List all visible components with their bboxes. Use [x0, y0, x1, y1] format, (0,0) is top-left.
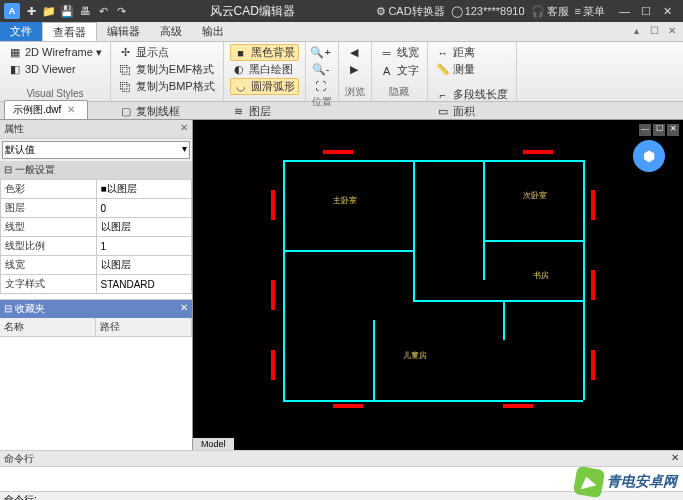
zoom-fit-button[interactable]: ⛶ — [312, 78, 332, 94]
wireframe-button[interactable]: ▦2D Wireframe ▾ — [6, 44, 104, 60]
commandline-label: 命令行✕ — [0, 450, 683, 466]
column-name: 名称 — [0, 318, 96, 336]
titlebar: A ✚ 📁 💾 🖶 ↶ ↷ 风云CAD编辑器 ⚙ CAD转换器 ◯ 123***… — [0, 0, 683, 22]
linewidth-button[interactable]: ═线宽 — [378, 44, 421, 61]
ribbon-restore-icon[interactable]: ☐ — [647, 25, 661, 39]
table-row[interactable]: 图层0 — [1, 199, 192, 218]
area-icon: ▭ — [436, 105, 450, 119]
column-path: 路径 — [96, 318, 192, 336]
props-section-general[interactable]: ⊟ 一般设置 — [0, 161, 192, 179]
next-button[interactable]: ▶ — [345, 61, 365, 77]
properties-selector[interactable]: 默认值▾ — [2, 141, 190, 159]
panel-close-icon[interactable]: ✕ — [180, 302, 188, 316]
document-tab[interactable]: 示例图.dwf✕ — [4, 100, 88, 119]
tab-viewer[interactable]: 查看器 — [42, 22, 97, 41]
fit-icon: ⛶ — [314, 79, 328, 93]
copy-icon: ⿻ — [119, 63, 133, 77]
arc-smooth-button[interactable]: ◡圆滑弧形 — [230, 78, 299, 95]
prev-icon: ◀ — [347, 45, 361, 59]
drawing-canvas[interactable]: — ☐ ✕ ⬢ 主卧室 次卧室 — [193, 120, 683, 450]
ribbon-group-position: 🔍+ 🔍- ⛶ 位置 — [306, 42, 339, 101]
properties-header: 属性 ✕ — [0, 120, 192, 139]
canvas-minimize-icon[interactable]: — — [639, 124, 651, 136]
table-row[interactable]: 色彩■以图层 — [1, 180, 192, 199]
3d-viewer-button[interactable]: ◧3D Viewer — [6, 61, 104, 77]
app-logo-icon: A — [4, 3, 20, 19]
app-title: 风云CAD编辑器 — [128, 3, 376, 20]
support-button[interactable]: 🎧 客服 — [531, 4, 569, 19]
copy-wireframe-button[interactable]: ▢复制线框 — [117, 103, 217, 120]
black-drawing-button[interactable]: ◐黑白绘图 — [230, 61, 299, 78]
next-icon: ▶ — [347, 62, 361, 76]
measure-button[interactable]: 📏测量 — [434, 61, 510, 78]
navigation-cube[interactable]: ⬢ — [633, 140, 665, 172]
favorites-section[interactable]: ⊟ 收藏夹✕ — [0, 300, 192, 318]
open-icon[interactable]: 📁 — [42, 4, 56, 18]
favorites-list — [0, 337, 192, 450]
new-icon[interactable]: ✚ — [24, 4, 38, 18]
table-row[interactable]: 线型以图层 — [1, 218, 192, 237]
ribbon-group-cad-settings: ■黑色背景 ◐黑白绘图 ◡圆滑弧形 ≋图层 ⊞结构 CAD绘图设置 — [224, 42, 306, 101]
table-row[interactable]: 线宽以图层 — [1, 256, 192, 275]
close-icon[interactable]: ✕ — [663, 5, 679, 18]
measure-icon: 📏 — [436, 63, 450, 77]
polyline-length-button[interactable]: ⌐多段线长度 — [434, 86, 510, 103]
zoom-in-icon: 🔍+ — [314, 45, 328, 59]
layer-icon: ≋ — [232, 105, 246, 119]
maximize-icon[interactable]: ☐ — [641, 5, 657, 18]
panel-close-icon[interactable]: ✕ — [180, 122, 188, 136]
copy-bmp-button[interactable]: ⿻复制为BMP格式 — [117, 78, 217, 95]
document-tabs: 示例图.dwf✕ — [0, 102, 683, 120]
ribbon-close-icon[interactable]: ✕ — [665, 25, 679, 39]
cad-converter-button[interactable]: ⚙ CAD转换器 — [376, 4, 444, 19]
ribbon-group-measure: ↔距离 📏测量 ⌐多段线长度 ▭面积 测量 — [428, 42, 517, 101]
area-button[interactable]: ▭面积 — [434, 103, 510, 120]
watermark: ▶ 青电安卓网 — [575, 468, 677, 496]
menu-tabs: 文件 查看器 编辑器 高级 输出 ▴ ☐ ✕ — [0, 22, 683, 42]
copy-emf-button[interactable]: ⿻复制为EMF格式 — [117, 61, 217, 78]
arc-icon: ◡ — [234, 80, 248, 94]
tab-advanced[interactable]: 高级 — [150, 22, 192, 41]
dropdown-icon: ▾ — [182, 143, 187, 157]
tab-output[interactable]: 输出 — [192, 22, 234, 41]
wireframe-copy-icon: ▢ — [119, 105, 133, 119]
line-icon: ═ — [380, 46, 394, 60]
zoom-out-icon: 🔍- — [314, 62, 328, 76]
zoom-out-button[interactable]: 🔍- — [312, 61, 332, 77]
distance-button[interactable]: ↔距离 — [434, 44, 510, 61]
table-row[interactable]: 文字样式STANDARD — [1, 275, 192, 294]
undo-icon[interactable]: ↶ — [96, 4, 110, 18]
ribbon-group-browse: ◀ ▶ 浏览 — [339, 42, 372, 101]
bg-icon: ■ — [234, 46, 248, 60]
bw-icon: ◐ — [232, 63, 246, 77]
prev-button[interactable]: ◀ — [345, 44, 365, 60]
save-icon[interactable]: 💾 — [60, 4, 74, 18]
floorplan-drawing: 主卧室 次卧室 书房 儿童房 — [243, 140, 623, 420]
minimize-icon[interactable]: — — [619, 5, 635, 18]
display-point-button[interactable]: ✢显示点 — [117, 44, 217, 61]
tab-file[interactable]: 文件 — [0, 22, 42, 41]
black-bg-button[interactable]: ■黑色背景 — [230, 44, 299, 61]
watermark-icon: ▶ — [573, 466, 605, 498]
zoom-in-button[interactable]: 🔍+ — [312, 44, 332, 60]
tab-close-icon[interactable]: ✕ — [67, 104, 75, 115]
ribbon-group-visual-styles: ▦2D Wireframe ▾ ◧3D Viewer Visual Styles — [0, 42, 111, 101]
canvas-close-icon[interactable]: ✕ — [667, 124, 679, 136]
cube-icon: ◧ — [8, 62, 22, 76]
canvas-maximize-icon[interactable]: ☐ — [653, 124, 665, 136]
menu-button[interactable]: ≡ 菜单 — [575, 4, 605, 19]
ribbon: ▦2D Wireframe ▾ ◧3D Viewer Visual Styles… — [0, 42, 683, 102]
panel-close-icon[interactable]: ✕ — [671, 452, 679, 465]
layer-button[interactable]: ≋图层 — [230, 103, 299, 120]
distance-icon: ↔ — [436, 46, 450, 60]
ribbon-minimize-icon[interactable]: ▴ — [629, 25, 643, 39]
text-button[interactable]: A文字 — [378, 62, 421, 79]
tab-editor[interactable]: 编辑器 — [97, 22, 150, 41]
text-icon: A — [380, 64, 394, 78]
user-account[interactable]: ◯ 123****8910 — [451, 5, 525, 18]
properties-panel: 属性 ✕ 默认值▾ ⊟ 一般设置 色彩■以图层 图层0 线型以图层 线型比例1 … — [0, 120, 193, 450]
model-tab[interactable]: Model — [193, 438, 234, 450]
table-row[interactable]: 线型比例1 — [1, 237, 192, 256]
redo-icon[interactable]: ↷ — [114, 4, 128, 18]
print-icon[interactable]: 🖶 — [78, 4, 92, 18]
